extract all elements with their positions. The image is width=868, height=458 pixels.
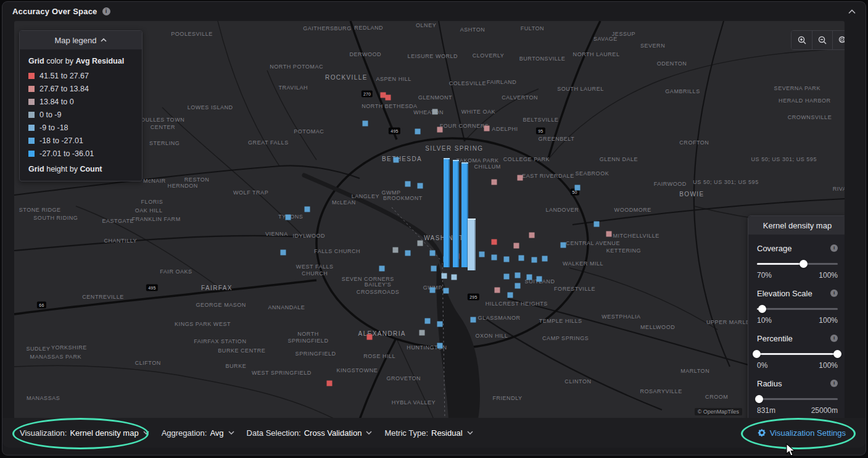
map-place-label: NORTH POTOMAC — [270, 64, 323, 70]
legend-item: 41.51 to 27.67 — [28, 69, 133, 82]
legend-swatch — [28, 125, 35, 131]
slider-label: Coverage — [757, 244, 792, 253]
map-place-label: MITCHELLVILLE — [613, 233, 659, 239]
grid-cell — [606, 231, 611, 237]
chevron-down-icon — [366, 431, 372, 435]
map-place-label: BURKE — [226, 363, 247, 370]
map-place-label: ASHTON — [460, 27, 486, 33]
map-place-label: ODENTON — [657, 61, 687, 68]
zoom-in-button[interactable] — [792, 31, 812, 49]
grid-cell — [536, 276, 542, 281]
grid-cell — [392, 247, 398, 252]
legend-range-label: -9 to -18 — [39, 123, 68, 132]
map-place-label: WHITE OAK — [461, 109, 495, 115]
map-place-label: IDYLWOOD — [293, 233, 326, 239]
map-place-label: WOODMORE — [614, 207, 651, 214]
legend-height-by: Grid height by Count — [28, 165, 133, 173]
slider-thumb[interactable] — [753, 350, 761, 358]
accuracy-over-space-widget: Accuracy Over Space i — [0, 0, 868, 458]
legend-range-label: 27.67 to 13.84 — [39, 85, 89, 93]
toolbar-dropdown-aggregation[interactable]: Aggregation:Avg — [160, 426, 236, 440]
toolbar-dropdown-data-selection[interactable]: Data Selection:Cross Validation — [246, 426, 374, 440]
legend-header[interactable]: Map legend — [20, 31, 142, 49]
route-shield: 270 — [362, 91, 373, 98]
map-place-label: LOWES ISLAND — [188, 105, 233, 112]
legend-range-label: -27.01 to -36.01 — [39, 149, 94, 158]
map-attribution[interactable]: © OpenMapTiles — [695, 408, 742, 415]
toolbar-dropdown-visualization[interactable]: Visualization:Kernel density map — [19, 426, 151, 440]
toolbar-dropdown-metric-type[interactable]: Metric Type:Residual — [383, 426, 474, 440]
map-place-label: SUDLEY — [26, 346, 50, 353]
zoom-to-area-button[interactable] — [832, 31, 845, 49]
map-place-label: MANASSAS PARK — [30, 354, 81, 360]
map-place-label: DERWOOD — [350, 51, 382, 58]
grid-cell — [281, 249, 286, 255]
info-icon[interactable]: i — [830, 289, 838, 297]
grid-cell — [452, 274, 457, 280]
visualization-settings-button[interactable]: Visualization Settings — [754, 428, 849, 438]
info-icon[interactable]: i — [830, 335, 838, 342]
grid-cell — [515, 283, 520, 288]
grid-cell — [504, 256, 510, 262]
map-place-label: SEABROOK — [575, 170, 609, 177]
legend-range-label: 0 to -9 — [39, 110, 61, 119]
slider-track[interactable] — [757, 259, 838, 268]
grid-cell — [327, 380, 333, 386]
map-place-label: WHEATON — [413, 109, 444, 116]
map-place-label: DULLES TOWN CENTER — [141, 117, 185, 131]
bottom-toolbar: Visualization:Kernel density mapAggregat… — [2, 418, 866, 448]
info-icon[interactable]: i — [830, 244, 838, 252]
slider-thumb[interactable] — [800, 260, 808, 268]
density-bar — [444, 158, 450, 267]
grid-cell — [437, 127, 443, 133]
zoom-out-button[interactable] — [812, 31, 832, 49]
grid-cell — [504, 274, 510, 280]
map-place-label: SPRINGFIELD — [296, 351, 336, 357]
map-place-label: OLNEY — [416, 22, 436, 29]
map-place-label: COLESVILLE — [449, 80, 486, 87]
slider-track[interactable] — [757, 304, 838, 313]
map-canvas[interactable]: POOLESVILLEGAITHERSBURGREDLANDOLNEYASHTO… — [14, 21, 845, 419]
map-place-label: GLENMONT — [418, 95, 452, 102]
zoom-controls — [791, 30, 845, 50]
slider-thumb[interactable] — [755, 395, 763, 403]
map-place-label: BOWIE — [679, 191, 704, 199]
info-icon[interactable]: i — [830, 380, 838, 387]
collapse-chevron-icon[interactable] — [848, 9, 856, 14]
grid-cell — [515, 273, 520, 278]
map-place-label: CENTRAL AVENUE — [566, 241, 620, 248]
map-place-label: FRIENDLY — [492, 395, 522, 402]
map-place-label: WESTPHALIA — [601, 314, 640, 320]
map-place-label: GROVETON — [386, 375, 421, 382]
map-place-label: TEMPLE HILLS — [539, 318, 582, 325]
map-place-label: LANDOVER — [545, 207, 579, 214]
legend-swatch — [28, 138, 35, 144]
grid-cell — [542, 256, 548, 262]
slider-thumb[interactable] — [758, 305, 766, 313]
grid-cell — [442, 273, 447, 278]
map-place-label: HYBLA VALLEY — [392, 400, 436, 407]
slider-thumb[interactable] — [833, 350, 841, 358]
slider-track[interactable] — [757, 394, 838, 403]
legend-item: 27.67 to 13.84 — [28, 82, 133, 95]
map-place-label: FALLS CHURCH — [314, 248, 360, 255]
slider-groups: Coveragei70%100%Elevation Scalei10%100%P… — [748, 235, 845, 419]
slider-track[interactable] — [757, 349, 838, 358]
legend-swatch — [28, 73, 35, 79]
map-place-label: CHILLUM — [474, 164, 501, 170]
grid-cell — [405, 181, 411, 186]
grid-cell — [491, 180, 497, 185]
map-place-label: NORTH SPRINGFIELD — [287, 331, 328, 345]
map-place-label: SOUTH LAUREL — [557, 86, 604, 93]
route-shield: 66 — [37, 301, 46, 308]
map-place-label: EASTGATE — [102, 218, 134, 225]
map-place-label: GEORGE MASON — [196, 302, 246, 309]
widget-title: Accuracy Over Space — [12, 7, 97, 16]
grid-cell — [519, 255, 524, 260]
info-icon[interactable]: i — [102, 7, 110, 15]
chevron-down-icon — [228, 431, 234, 435]
slider-max-label: 25000m — [811, 406, 838, 415]
gear-icon — [758, 428, 766, 437]
grid-cell — [394, 157, 399, 163]
map-place-label: FAIRLAND — [487, 79, 516, 86]
